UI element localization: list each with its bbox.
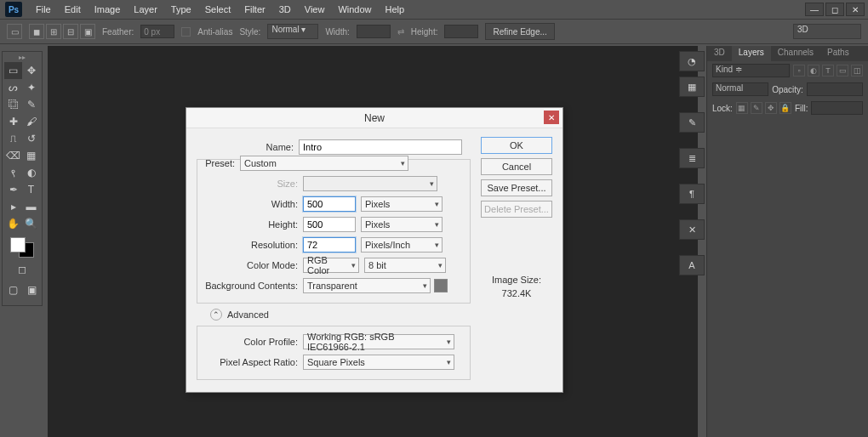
minimize-button[interactable]: —: [805, 3, 824, 16]
stamp-tool[interactable]: ⎍: [4, 130, 22, 147]
screenmode-full-icon[interactable]: ▣: [22, 281, 41, 298]
dialog-titlebar[interactable]: New ✕: [186, 108, 562, 128]
tool-preset-icon[interactable]: ▭: [7, 24, 22, 39]
filter-kind-select[interactable]: Kind ≑: [712, 64, 790, 77]
move-tool[interactable]: ✥: [22, 62, 40, 79]
colormode-label: Color Mode:: [201, 260, 303, 270]
character-panel-icon[interactable]: A: [679, 255, 705, 275]
tab-channels[interactable]: Channels: [771, 46, 820, 61]
menu-select[interactable]: Select: [198, 4, 238, 14]
style-select[interactable]: Normal ▾: [267, 24, 318, 39]
selection-add-icon[interactable]: ⊞: [46, 24, 61, 39]
type-tool[interactable]: T: [22, 181, 40, 198]
zoom-tool[interactable]: 🔍: [22, 215, 40, 232]
menu-help[interactable]: Help: [379, 4, 412, 14]
bg-select[interactable]: Transparent: [303, 278, 431, 293]
height-units-select[interactable]: Pixels: [361, 217, 443, 232]
save-preset-button[interactable]: Save Preset...: [481, 179, 552, 196]
styles-panel-icon[interactable]: ✕: [679, 219, 705, 240]
filter-adjust-icon[interactable]: ◐: [808, 65, 819, 77]
eraser-tool[interactable]: ⌫: [4, 147, 22, 164]
lock-position-icon[interactable]: ✥: [765, 102, 777, 114]
chevron-up-icon: ⌃: [210, 309, 222, 321]
brush-tool[interactable]: 🖌: [22, 113, 40, 130]
tab-layers[interactable]: Layers: [732, 46, 771, 61]
brushes-panel-icon[interactable]: ✎: [679, 112, 705, 133]
foreground-swatch[interactable]: [10, 237, 26, 253]
opacity-input[interactable]: [807, 82, 863, 96]
selection-intersect-icon[interactable]: ▣: [80, 24, 95, 39]
cancel-button[interactable]: Cancel: [481, 158, 552, 175]
size-select: [303, 176, 437, 191]
crop-tool[interactable]: ⿻: [4, 96, 22, 113]
ok-button[interactable]: OK: [481, 137, 552, 154]
advanced-toggle[interactable]: ⌃ Advanced: [210, 309, 471, 321]
menu-file[interactable]: File: [29, 4, 58, 14]
tab-3d[interactable]: 3D: [707, 46, 732, 61]
menu-window[interactable]: Window: [331, 4, 378, 14]
color-panel-icon[interactable]: ◔: [679, 51, 705, 71]
history-brush-tool[interactable]: ↺: [22, 130, 40, 147]
height-input[interactable]: [303, 217, 356, 232]
close-button[interactable]: ✕: [846, 3, 865, 16]
shape-tool[interactable]: ▬: [22, 198, 40, 215]
filter-smart-icon[interactable]: ◫: [851, 65, 863, 77]
refine-edge-button[interactable]: Refine Edge...: [485, 23, 554, 40]
dialog-close-button[interactable]: ✕: [544, 111, 559, 124]
magic-wand-tool[interactable]: ✦: [22, 79, 40, 96]
aspect-select[interactable]: Square Pixels: [303, 355, 454, 370]
menu-edit[interactable]: Edit: [58, 4, 88, 14]
width-input[interactable]: [303, 196, 356, 212]
fill-input[interactable]: [811, 101, 863, 115]
menu-type[interactable]: Type: [164, 4, 198, 14]
selection-new-icon[interactable]: ◼: [29, 24, 44, 39]
menu-image[interactable]: Image: [88, 4, 128, 14]
antialias-checkbox[interactable]: [181, 27, 191, 37]
blend-mode-select[interactable]: Normal: [712, 82, 768, 96]
delete-preset-button: Delete Preset...: [481, 201, 552, 218]
resolution-input[interactable]: [303, 237, 356, 253]
style-label: Style:: [239, 27, 260, 37]
feather-input[interactable]: [140, 25, 174, 38]
filter-shape-icon[interactable]: ▭: [837, 65, 848, 77]
menu-3d[interactable]: 3D: [272, 4, 298, 14]
colormode-select[interactable]: RGB Color: [303, 258, 359, 273]
swap-wh-icon[interactable]: ⇄: [397, 27, 404, 37]
eyedropper-tool[interactable]: ✎: [22, 96, 40, 113]
workspace-select[interactable]: 3D: [793, 24, 861, 39]
selection-subtract-icon[interactable]: ⊟: [63, 24, 78, 39]
adjustments-panel-icon[interactable]: ≣: [679, 148, 705, 168]
tools-grip[interactable]: ▸▸: [4, 54, 40, 62]
colorprofile-select[interactable]: Working RGB: sRGB IEC61966-2.1: [303, 334, 454, 349]
dodge-tool[interactable]: ◐: [22, 164, 40, 181]
width-units-select[interactable]: Pixels: [361, 196, 443, 212]
gradient-tool[interactable]: ▦: [22, 147, 40, 164]
menu-layer[interactable]: Layer: [127, 4, 164, 14]
preset-select[interactable]: Custom: [240, 156, 408, 171]
lasso-tool[interactable]: ᔕ: [4, 79, 22, 96]
path-select-tool[interactable]: ▸: [4, 198, 22, 215]
filter-type-icon[interactable]: T: [822, 65, 834, 77]
swatches-panel-icon[interactable]: ▦: [679, 77, 705, 97]
menu-view[interactable]: View: [298, 4, 332, 14]
maximize-button[interactable]: ◻: [825, 3, 844, 16]
marquee-tool[interactable]: ▭: [4, 62, 22, 79]
resolution-units-select[interactable]: Pixels/Inch: [361, 237, 443, 253]
lock-all-icon[interactable]: 🔒: [779, 102, 791, 114]
pen-tool[interactable]: ✒: [4, 181, 22, 198]
menu-filter[interactable]: Filter: [237, 4, 271, 14]
color-swatches[interactable]: [10, 237, 34, 258]
quickmask-toggle[interactable]: ◻: [13, 261, 31, 278]
screenmode-std-icon[interactable]: ▢: [3, 281, 22, 298]
lock-pixels-icon[interactable]: ✎: [751, 102, 762, 114]
paragraph-panel-icon[interactable]: ¶: [679, 184, 705, 204]
colorbits-select[interactable]: 8 bit: [364, 258, 446, 273]
bg-color-swatch[interactable]: [434, 279, 448, 292]
opacity-label: Opacity:: [772, 85, 803, 94]
healing-tool[interactable]: ✚: [4, 113, 22, 130]
blur-tool[interactable]: ९: [4, 164, 22, 181]
filter-image-icon[interactable]: ▫: [793, 65, 805, 77]
lock-transparent-icon[interactable]: ▦: [736, 102, 748, 114]
hand-tool[interactable]: ✋: [4, 215, 22, 232]
tab-paths[interactable]: Paths: [820, 46, 856, 61]
